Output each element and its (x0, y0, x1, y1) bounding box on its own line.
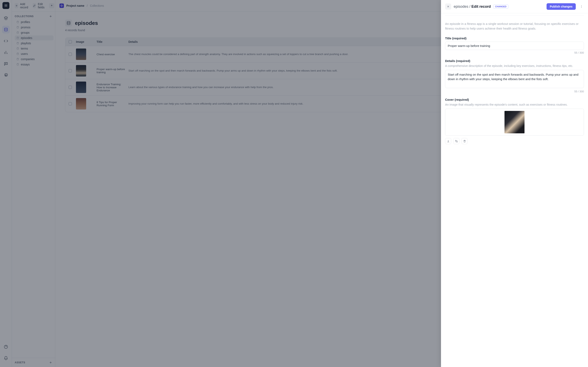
cover-actions (445, 138, 584, 144)
details-field-label: Details (required) (445, 59, 584, 63)
delete-button[interactable] (461, 138, 467, 144)
svg-point-13 (581, 5, 582, 6)
publish-button[interactable]: Publish changes (546, 3, 576, 10)
svg-point-14 (581, 6, 582, 7)
svg-point-15 (581, 7, 582, 8)
download-button[interactable] (445, 138, 451, 144)
crop-button[interactable] (453, 138, 459, 144)
cover-field-help: An image that visually represents the ep… (445, 103, 584, 106)
edit-record-drawer: episodes / Edit record CHANGED Publish c… (441, 0, 588, 367)
drawer-breadcrumb-action: Edit record (471, 4, 491, 8)
drawer-title: episodes / Edit record (454, 4, 491, 9)
close-button[interactable] (445, 3, 451, 9)
drawer-breadcrumb-collection: episodes (454, 4, 468, 8)
details-field-help: A comprehensive description of the episo… (445, 64, 584, 67)
drawer-header: episodes / Edit record CHANGED Publish c… (441, 0, 588, 13)
cover-thumbnail (504, 111, 525, 133)
drawer-body: An episode in a fitness app is a single … (441, 13, 588, 367)
cover-dropzone[interactable] (445, 109, 584, 136)
details-char-count: 55 / 300 (445, 90, 584, 93)
cover-field-label: Cover (required) (445, 98, 584, 101)
title-field-label: Title (required) (445, 36, 584, 40)
status-badge: CHANGED (493, 4, 508, 8)
details-textarea[interactable] (445, 70, 584, 88)
collection-description: An episode in a fitness app is a single … (445, 22, 584, 31)
more-menu-button[interactable] (579, 4, 584, 9)
title-input[interactable] (445, 42, 584, 50)
title-char-count: 55 / 300 (445, 51, 584, 54)
